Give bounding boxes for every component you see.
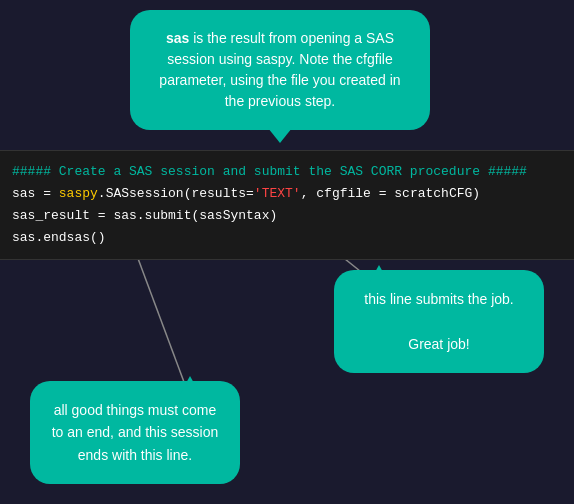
tooltip-right-line2: Great job! xyxy=(354,333,524,355)
tooltip-bottom-left: all good things must come to an end, and… xyxy=(30,381,240,484)
code-comment-line: ##### Create a SAS session and submit th… xyxy=(12,164,527,179)
code-sas-result: sas_result = sas.submit(sasSyntax) xyxy=(12,208,277,223)
code-line-3: sas_result = sas.submit(sasSyntax) xyxy=(12,205,562,227)
code-block: ##### Create a SAS session and submit th… xyxy=(0,150,574,260)
highlight-sas: sas xyxy=(166,30,189,46)
tooltip-right: this line submits the job. Great job! xyxy=(334,270,544,373)
code-endsas: sas.endsas() xyxy=(12,230,106,245)
tooltip-bottom-left-text: all good things must come to an end, and… xyxy=(52,402,219,463)
code-line-4: sas.endsas() xyxy=(12,227,562,249)
code-saspy: saspy xyxy=(59,186,98,201)
code-line-2: sas = saspy.SASsession(results='TEXT', c… xyxy=(12,183,562,205)
tooltip-top-text: is the result from opening a SAS session… xyxy=(159,30,400,109)
code-text-string: 'TEXT' xyxy=(254,186,301,201)
tooltip-top: sas is the result from opening a SAS ses… xyxy=(130,10,430,130)
code-var-sas: sas xyxy=(12,186,35,201)
tooltip-right-line1: this line submits the job. xyxy=(354,288,524,310)
code-line-1: ##### Create a SAS session and submit th… xyxy=(12,161,562,183)
